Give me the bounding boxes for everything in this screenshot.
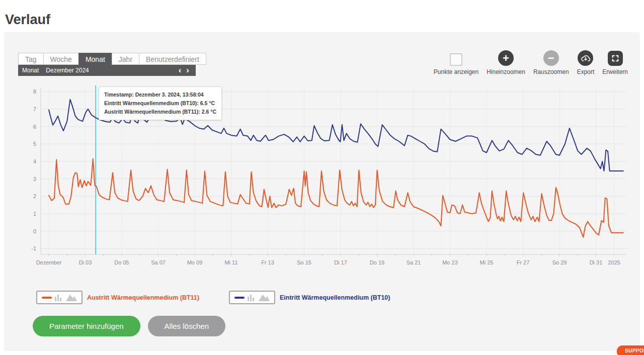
action-buttons: Parameter hinzufügen Alles löschen (33, 316, 225, 336)
legend-item-bt11[interactable]: Austritt Wärmequellenmedium (BT11) (36, 291, 199, 304)
zoom-out-control: − Rauszoomen (533, 50, 569, 75)
zoom-in-control: + Hineinzoomen (487, 50, 525, 75)
y-axis-tick-label: 1 (33, 211, 36, 217)
x-axis-tick-label: Dezember (36, 259, 62, 265)
x-axis-tick-label: Di 03 (79, 259, 92, 265)
legend-swatch-bt10[interactable] (229, 291, 275, 304)
legend-item-bt10[interactable]: Eintritt Wärmequellenmedium (BT10) (229, 291, 390, 304)
zoom-out-button[interactable]: − (543, 50, 559, 66)
export-button[interactable] (578, 50, 593, 66)
y-axis-tick-label: 6 (33, 124, 36, 130)
y-axis-tick-label: -1 (31, 245, 36, 251)
legend-swatch-bt11[interactable] (36, 291, 83, 304)
line-style-icon (234, 297, 245, 299)
x-axis-tick-label: Mo 23 (442, 259, 458, 265)
area-chart-icon (66, 294, 77, 301)
chart-tooltip: Timestamp: Dezember 3. 2024, 13:58:04 Ei… (99, 86, 222, 120)
x-axis-tick-label: Mi 25 (480, 259, 494, 265)
history-chart-card: Tag Woche Monat Jahr Benutzerdefiniert M… (4, 32, 640, 351)
period-bar: Monat Dezember 2024 ‹ › (18, 65, 196, 76)
tab-benutzerdefiniert[interactable]: Benutzerdefiniert (139, 53, 206, 65)
y-axis-tick-label: 7 (33, 106, 36, 112)
series-line (49, 159, 623, 237)
x-axis-tick-label: 2025 (608, 259, 620, 265)
x-axis-tick-label: So 15 (297, 259, 311, 265)
x-axis-tick-label: Mi 11 (224, 259, 237, 265)
x-axis-tick-label: Fr 13 (261, 259, 274, 265)
x-axis-tick-label: Do 19 (370, 259, 384, 265)
tab-monat[interactable]: Monat (78, 53, 112, 65)
chart-controls: Punkte anzeigen + Hineinzoomen − Rauszoo… (434, 50, 628, 75)
fullscreen-icon (611, 54, 619, 62)
y-axis-tick-label: 8 (33, 88, 36, 95)
period-type-label: Monat (22, 67, 39, 74)
show-points-control: Punkte anzeigen (434, 53, 478, 75)
x-axis-tick-label: Mo 09 (187, 259, 203, 265)
zoom-in-button[interactable]: + (498, 50, 514, 66)
y-axis-tick-label: 5 (33, 141, 36, 147)
expand-control: Erweitern (602, 51, 628, 75)
plus-icon: + (503, 53, 509, 64)
legend-label-bt10: Eintritt Wärmequellenmedium (BT10) (280, 294, 390, 301)
period-value-label: Dezember 2024 (46, 67, 89, 74)
tab-woche[interactable]: Woche (43, 53, 79, 65)
zoom-out-label: Rauszoomen (533, 68, 569, 75)
support-button[interactable]: SUPPORT (617, 345, 644, 355)
y-axis-tick-label: 2 (33, 193, 36, 199)
show-points-checkbox[interactable] (450, 53, 462, 66)
prev-period-button[interactable]: ‹ (176, 65, 184, 75)
expand-button[interactable] (608, 51, 623, 66)
x-axis-tick-label: Fr 27 (517, 259, 530, 265)
export-control: Export (577, 50, 595, 75)
tab-tag[interactable]: Tag (18, 53, 44, 65)
x-axis-tick-label: Di 17 (334, 259, 347, 265)
x-axis-tick-label: Do 05 (114, 259, 129, 265)
show-points-label: Punkte anzeigen (434, 68, 478, 75)
clear-all-button[interactable]: Alles löschen (148, 316, 225, 336)
y-axis-tick-label: 3 (33, 176, 36, 182)
y-axis-tick-label: 0 (33, 228, 36, 234)
next-period-button[interactable]: › (184, 65, 192, 75)
x-axis-tick-label: So 29 (552, 259, 567, 265)
x-axis-tick-label: Sa 21 (407, 259, 421, 265)
expand-label: Erweitern (602, 68, 628, 75)
tooltip-bt11-value: Austritt Wärmequellenmedium (BT11): 2.6 … (104, 108, 216, 116)
line-style-icon (42, 297, 52, 299)
tab-jahr[interactable]: Jahr (112, 53, 139, 65)
cloud-download-icon (581, 53, 591, 63)
zoom-in-label: Hineinzoomen (487, 68, 525, 75)
range-tabs: Tag Woche Monat Jahr Benutzerdefiniert (18, 53, 206, 65)
bar-chart-icon (247, 294, 256, 302)
bar-chart-icon (54, 294, 63, 302)
legend-label-bt11: Austritt Wärmequellenmedium (BT11) (87, 294, 199, 301)
x-axis-tick-label: Sa 07 (151, 259, 166, 265)
area-chart-icon (259, 294, 270, 301)
y-axis-tick-label: 4 (33, 158, 36, 164)
export-label: Export (577, 68, 595, 75)
add-parameter-button[interactable]: Parameter hinzufügen (33, 316, 140, 336)
tooltip-timestamp: Timestamp: Dezember 3. 2024, 13:58:04 (104, 91, 216, 99)
tooltip-bt10-value: Eintritt Wärmequellenmedium (BT10): 6.5 … (104, 99, 216, 108)
page-title: Verlauf (5, 12, 50, 28)
x-axis-tick-label: Di 31 (590, 259, 603, 265)
minus-icon: − (548, 53, 554, 64)
